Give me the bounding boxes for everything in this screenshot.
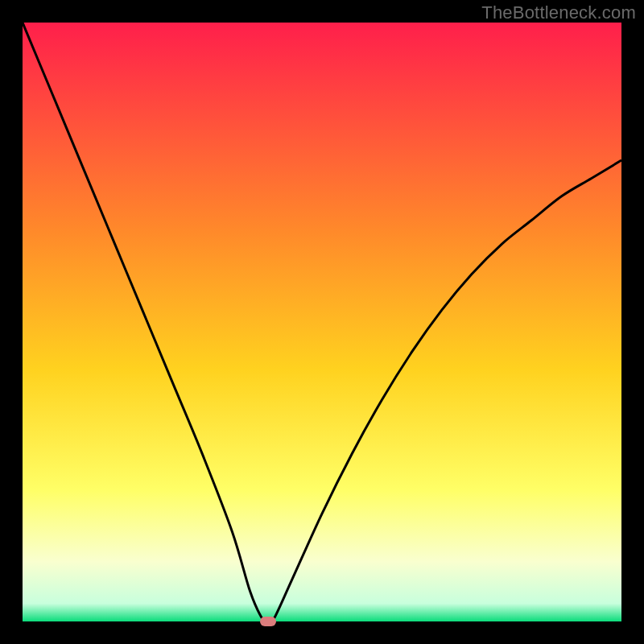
- gradient-background: [23, 23, 621, 621]
- watermark-text: TheBottleneck.com: [481, 2, 636, 23]
- chart-frame: TheBottleneck.com: [0, 0, 644, 644]
- plot-area: [23, 23, 621, 621]
- optimum-marker: [260, 617, 276, 626]
- chart-svg: [23, 23, 621, 621]
